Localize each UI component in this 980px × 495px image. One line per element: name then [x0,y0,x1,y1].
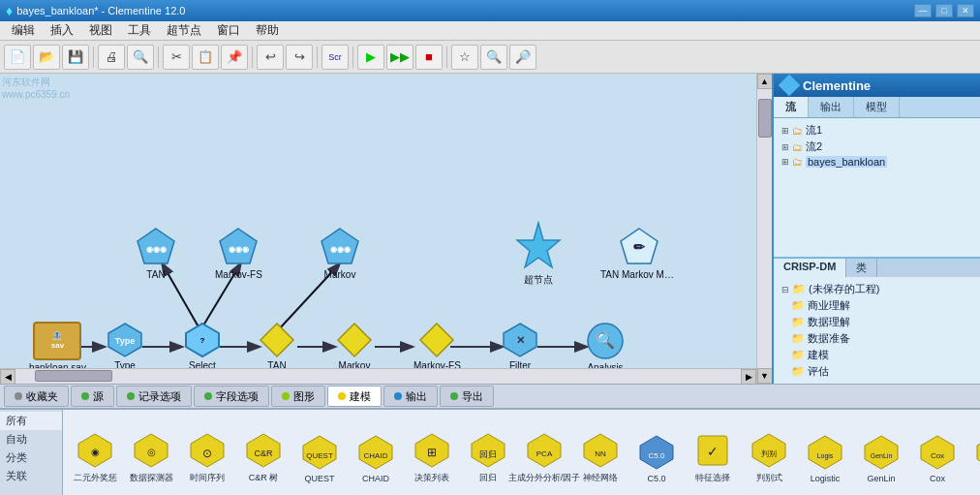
palette-node-svm[interactable]: SVM SVM [969,433,980,483]
canvas-area[interactable]: 河东软件网www.pc6359.cn [0,74,756,384]
tab-graph[interactable]: 图形 [271,386,325,407]
vscroll[interactable]: ▲ ▼ [756,74,772,384]
tab-crisp-dm[interactable]: CRISP-DM [774,259,846,277]
run-all-button[interactable]: ▶▶ [386,45,413,70]
crisp-item-data-understanding[interactable]: 📁 数据理解 [778,314,976,330]
palette-node-regression[interactable]: 回归 回归 [464,431,512,484]
open-button[interactable]: 📂 [33,45,60,70]
palette-node-c50[interactable]: C5.0 C5.0 [632,433,681,483]
preview-button[interactable]: 🔍 [127,45,154,70]
tree-item-stream2[interactable]: ⊞ 🗂 流2 [778,139,976,155]
node-type[interactable]: Type Type [107,322,143,371]
favorite-button[interactable]: ☆ [451,45,478,70]
menu-item-insert[interactable]: 插入 [43,20,81,41]
tree-item-stream1[interactable]: ⊞ 🗂 流1 [778,122,976,139]
palette-node-neural-net[interactable]: NN 神经网络 [576,431,625,484]
hscroll-right[interactable]: ▶ [741,369,756,385]
copy-button[interactable]: 📋 [192,45,219,70]
node-filter[interactable]: ✕ Filter [502,322,538,371]
tab-export[interactable]: 导出 [440,386,494,407]
node-tan-markov-model[interactable]: ✏ TAN Markov Markov-F... [600,227,678,280]
svg-text:C5.0: C5.0 [649,451,665,460]
pcat-auto[interactable]: 自动 [0,430,62,449]
stop-button[interactable]: ■ [415,45,443,70]
run-button[interactable]: ▶ [357,45,384,70]
hscroll-thumb[interactable] [35,370,112,382]
palette-node-timeseries[interactable]: ⊙ 时间序列 [183,431,231,484]
pcat-classify[interactable]: 分类 [0,449,62,467]
vscroll-thumb[interactable] [758,99,772,138]
tab-field-ops[interactable]: 字段选项 [194,386,269,407]
crisp-item-evaluation[interactable]: 📁 评估 [778,363,976,380]
crisp-item-business[interactable]: 📁 商业理解 [778,297,976,314]
vscroll-up[interactable]: ▲ [757,74,773,89]
tab-output[interactable]: 输出 [383,386,438,407]
palette-node-decision-list[interactable]: ⊞ 决策列表 [408,431,456,484]
node-tan[interactable]: TAN [259,322,295,371]
close-button[interactable]: ✕ [957,4,974,17]
tab-model[interactable]: 模型 [854,97,900,117]
save-button[interactable]: 💾 [62,45,89,70]
palette-node-genlin[interactable]: GenLin GenLin [857,433,905,483]
palette-node-discriminant[interactable]: 判别 判别式 [745,431,793,484]
right-panel-tabs: 流 输出 模型 [774,97,980,118]
menu-item-tools[interactable]: 工具 [120,20,159,41]
hscroll-track[interactable] [15,369,741,384]
pcat-association[interactable]: 关联 [0,467,62,485]
redo-button[interactable]: ↪ [286,45,313,70]
maximize-button[interactable]: □ [935,4,953,17]
palette-node-cox[interactable]: Cox Cox [913,433,962,483]
node-select[interactable]: ? Select [184,322,221,371]
palette-node-logistic[interactable]: Logis Logistic [801,433,849,483]
palette-node-quest[interactable]: QUEST QUEST [295,433,344,483]
node-markovfs[interactable]: Markov-FS [413,322,461,371]
tab-class[interactable]: 类 [846,259,877,277]
tab-source[interactable]: 源 [71,386,114,407]
tab-favorites[interactable]: 收藏夹 [4,386,69,407]
node-bankloan[interactable]: 🏦sav bankloan.sav [29,322,86,373]
tab-modeling[interactable]: 建模 [327,386,382,407]
crisp-item-project[interactable]: ⊟ 📁 (未保存的工程) [778,281,976,297]
node-analysis[interactable]: 🔍 Analysis [586,322,625,373]
tree-item-bayes[interactable]: ⊞ 🗂 bayes_bankloan [778,155,976,169]
palette-node-neural-probe[interactable]: ◎ 数据探测器 [127,431,175,484]
menu-item-help[interactable]: 帮助 [248,20,287,41]
palette-node-pca[interactable]: PCA 主成分外分析/因子 [520,431,568,484]
node-tan-model[interactable]: ◉◉◉ TAN [136,227,176,280]
paste-button[interactable]: 📌 [221,45,248,70]
tab-stream[interactable]: 流 [774,97,809,117]
toolbar: 📄 📂 💾 🖨 🔍 ✂ 📋 📌 ↩ ↪ Scr ▶ ▶▶ ■ ☆ 🔍 🔎 [0,41,980,74]
vscroll-down[interactable]: ▼ [757,368,773,384]
palette-node-cr-tree[interactable]: C&R C&R 树 [239,431,288,484]
node-markovfs-model[interactable]: ◉◉◉ Markov-FS [215,227,262,280]
menu-item-edit[interactable]: 编辑 [4,20,43,41]
new-button[interactable]: 📄 [4,45,31,70]
menu-item-supernode[interactable]: 超节点 [159,20,209,41]
palette-node-binary[interactable]: ◉ 二元外奖惩 [71,431,119,484]
crisp-item-data-prep[interactable]: 📁 数据准备 [778,330,976,347]
vscroll-track[interactable] [757,89,772,368]
minimize-button[interactable]: — [914,4,932,17]
undo-button[interactable]: ↩ [257,45,284,70]
palette-node-feature-selection[interactable]: ✓ 特征选择 [689,431,737,484]
node-markov[interactable]: Markov [336,322,373,371]
script-button[interactable]: Scr [322,45,349,70]
node-markov-model[interactable]: ◉◉◉ Markov [320,227,360,280]
menu-item-window[interactable]: 窗口 [209,20,248,41]
tab-record-ops[interactable]: 记录选项 [116,386,192,407]
node-supernode[interactable]: 超节点 [513,221,564,287]
separator-3 [252,46,253,68]
zoom-out-button[interactable]: 🔎 [509,45,536,70]
pcat-all[interactable]: 所有 [0,412,62,430]
crisp-item-modeling[interactable]: 📁 建模 [778,347,976,363]
menu-item-view[interactable]: 视图 [81,20,120,41]
hscroll[interactable]: ◀ ▶ [0,368,756,384]
hscroll-left[interactable]: ◀ [0,369,15,385]
menubar: 编辑 插入 视图 工具 超节点 窗口 帮助 [0,21,980,41]
palette-node-chaid[interactable]: CHAID CHAID [352,433,400,483]
zoom-in-button[interactable]: 🔍 [480,45,507,70]
print-button[interactable]: 🖨 [98,45,125,70]
cut-button[interactable]: ✂ [163,45,190,70]
tab-graph-dot [282,392,290,400]
tab-output[interactable]: 输出 [809,97,854,117]
